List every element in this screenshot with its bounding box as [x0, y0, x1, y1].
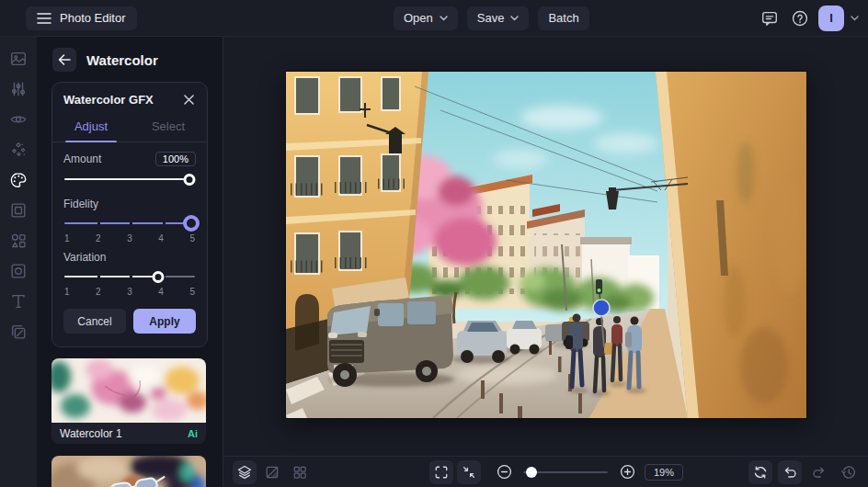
feedback-button[interactable]	[758, 6, 782, 30]
rail-item-texture[interactable]	[7, 261, 29, 280]
sliders-icon	[9, 80, 28, 98]
topbar-actions: Open Save Batch	[394, 6, 589, 30]
close-icon	[184, 95, 194, 105]
back-button[interactable]	[52, 48, 76, 72]
texture-icon	[9, 262, 28, 280]
fidelity-knob[interactable]	[183, 215, 200, 232]
statusbar-right	[748, 460, 861, 484]
rail-item-effects[interactable]	[7, 140, 29, 159]
layers-icon	[236, 464, 253, 481]
rail-item-duplicate[interactable]	[7, 322, 29, 341]
rail-item-text[interactable]	[7, 291, 29, 311]
preset-list: Watercolor 1 Ai	[51, 358, 206, 487]
fullscreen-button[interactable]	[429, 460, 453, 484]
rail-item-photo[interactable]	[7, 49, 29, 68]
undo-button[interactable]	[778, 460, 802, 484]
apply-button[interactable]: Apply	[133, 309, 196, 334]
zoom-in-button[interactable]	[615, 460, 639, 484]
zoom-controls: 19%	[429, 460, 683, 484]
tab-select[interactable]: Select	[130, 113, 207, 142]
canvas-image[interactable]	[286, 72, 806, 418]
preset-name: Watercolor 1	[60, 427, 122, 440]
avatar-chevron-icon[interactable]	[851, 16, 859, 21]
preset-1-thumbnail	[51, 358, 206, 423]
batch-button[interactable]: Batch	[538, 6, 588, 30]
tab-adjust[interactable]: Adjust	[52, 113, 130, 142]
workspace	[223, 37, 868, 456]
variation-label: Variation	[63, 251, 106, 264]
preset-2-thumbnail	[51, 456, 206, 487]
ai-badge: Ai	[188, 428, 198, 439]
amount-knob[interactable]	[184, 174, 196, 186]
panel-header: Watercolor	[37, 37, 223, 82]
card-tabs: Adjust Select	[52, 113, 207, 142]
help-icon	[791, 9, 809, 28]
zoom-knob[interactable]	[526, 467, 537, 478]
panel-title: Watercolor	[86, 52, 158, 68]
preset-watercolor-2[interactable]: Watercolor 2 Ai	[51, 456, 206, 487]
side-panel: Watercolor Watercolor GFX Adjust Select …	[37, 37, 223, 487]
variation-slider[interactable]	[64, 270, 195, 284]
zoom-slider[interactable]	[523, 466, 608, 479]
fidelity-label: Fidelity	[63, 198, 98, 210]
undo-icon	[782, 464, 798, 481]
main-menu-button[interactable]: Photo Editor	[26, 6, 137, 30]
topbar-right: I	[758, 6, 859, 31]
watercolor-gfx-card: Watercolor GFX Adjust Select Amount 100%…	[51, 82, 208, 347]
rail-item-frame[interactable]	[7, 200, 29, 220]
zoom-out-icon	[496, 463, 513, 481]
zoom-value[interactable]: 19%	[645, 464, 683, 481]
help-button[interactable]	[788, 6, 812, 30]
open-button[interactable]: Open	[394, 6, 458, 30]
preset-watercolor-1[interactable]: Watercolor 1 Ai	[51, 358, 206, 444]
cancel-button[interactable]: Cancel	[63, 309, 126, 334]
app-title: Photo Editor	[60, 11, 126, 25]
rail-item-palette[interactable]	[7, 170, 29, 189]
photo-icon	[9, 50, 28, 68]
chevron-down-icon	[510, 16, 519, 21]
adjust-controls: Amount 100% Fidelity 12345	[52, 142, 207, 297]
hamburger-icon	[37, 13, 51, 24]
redo-icon	[811, 464, 828, 481]
layers-button[interactable]	[233, 460, 257, 484]
tool-rail	[0, 37, 37, 487]
status-bar: 19%	[223, 456, 868, 487]
chat-icon	[760, 9, 779, 28]
fidelity-slider[interactable]	[64, 217, 195, 231]
close-button[interactable]	[181, 92, 196, 107]
compare-button[interactable]	[260, 460, 284, 484]
palette-icon	[9, 171, 28, 189]
fit-screen-icon	[461, 464, 477, 481]
rail-item-shapes[interactable]	[7, 231, 29, 250]
zoom-out-button[interactable]	[492, 460, 516, 484]
top-bar: Photo Editor Open Save Batch I	[0, 0, 868, 37]
zoom-in-icon	[619, 463, 636, 481]
statusbar-left	[233, 460, 312, 484]
arrow-left-icon	[58, 54, 71, 65]
history-button[interactable]	[837, 460, 861, 484]
save-button[interactable]: Save	[467, 6, 530, 30]
eye-icon	[9, 110, 28, 129]
rail-item-eye[interactable]	[7, 109, 29, 129]
reset-icon	[752, 464, 769, 481]
redo-button[interactable]	[807, 460, 831, 484]
rail-item-adjustments[interactable]	[7, 79, 29, 98]
reset-button[interactable]	[748, 460, 772, 484]
fit-screen-button[interactable]	[457, 460, 481, 484]
amount-value[interactable]: 100%	[155, 152, 196, 166]
variation-knob[interactable]	[153, 271, 165, 283]
avatar[interactable]: I	[818, 6, 844, 31]
text-icon	[9, 292, 28, 311]
amount-slider[interactable]	[64, 173, 195, 187]
grid-view-button[interactable]	[288, 460, 312, 484]
grid-icon	[291, 464, 308, 481]
sparkles-icon	[9, 141, 28, 159]
card-title: Watercolor GFX	[63, 93, 154, 107]
fidelity-tick-labels: 12345	[64, 233, 195, 244]
chevron-down-icon	[440, 16, 448, 21]
frame-icon	[9, 201, 28, 220]
amount-label: Amount	[63, 153, 101, 165]
duplicate-icon	[9, 323, 28, 341]
variation-tick-labels: 12345	[64, 287, 195, 297]
history-icon	[840, 464, 857, 481]
